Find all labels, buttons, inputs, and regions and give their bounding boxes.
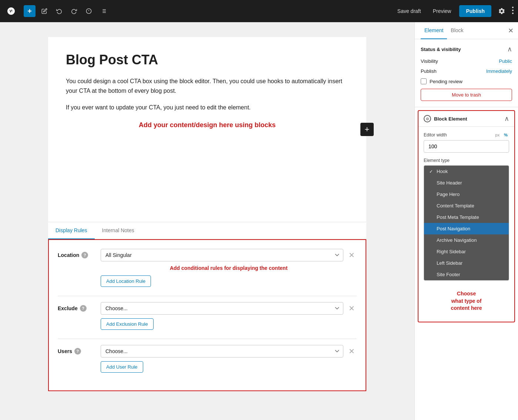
exclude-remove-button[interactable]: ✕: [346, 303, 357, 314]
element-type-field: Element type ✓ Hook Site Header Page: [424, 158, 509, 281]
page-hero-label: Page Hero: [437, 192, 460, 197]
status-visibility-header: Status & visibility ∧: [421, 45, 512, 53]
location-select[interactable]: All Singular: [101, 249, 343, 261]
info-button[interactable]: [83, 5, 95, 17]
exclude-label: Exclude ?: [58, 302, 95, 312]
users-label: Users ?: [58, 345, 95, 355]
wp-logo[interactable]: [4, 4, 18, 18]
tab-display-rules[interactable]: Display Rules: [48, 222, 95, 239]
dropdown-item-site-header[interactable]: Site Header: [424, 177, 509, 189]
pending-review-row: Pending review: [421, 78, 512, 84]
dropdown-item-page-hero[interactable]: Page Hero: [424, 189, 509, 200]
location-cta-note: Add conditional rules for displaying the…: [101, 265, 357, 271]
svg-point-9: [512, 7, 514, 8]
post-paragraph-1[interactable]: You could design a cool CTA box using th…: [66, 77, 349, 95]
list-view-button[interactable]: [98, 5, 110, 17]
exclude-controls: Choose... ✕ Add Exclusion Rule: [101, 302, 357, 330]
add-location-rule-button[interactable]: Add Location Rule: [101, 275, 151, 287]
location-remove-button[interactable]: ✕: [346, 250, 357, 260]
location-rule-row: Location ? All Singular ✕ Add conditiona…: [58, 249, 357, 287]
location-label: Location ?: [58, 249, 95, 258]
choose-note: Choosewhat type ofcontent here: [424, 286, 509, 316]
post-paragraph-2[interactable]: If you ever want to update your CTA, you…: [66, 103, 349, 112]
dropdown-item-archive-navigation[interactable]: Archive Navigation: [424, 234, 509, 246]
pencil-button[interactable]: [38, 5, 50, 17]
right-sidebar: Element Block ✕ Status & visibility ∧ Vi…: [414, 22, 518, 420]
display-rules-panel: Location ? All Singular ✕ Add conditiona…: [48, 239, 366, 391]
users-select[interactable]: Choose...: [101, 345, 343, 358]
percent-unit-button[interactable]: %: [502, 132, 509, 138]
post-meta-template-label: Post Meta Template: [437, 214, 479, 220]
svg-point-11: [512, 13, 514, 14]
preview-button[interactable]: Preview: [429, 6, 455, 16]
redo-button[interactable]: [68, 5, 80, 17]
users-select-row: Choose... ✕: [101, 345, 357, 358]
editor-width-input[interactable]: [424, 140, 509, 153]
collapse-icon[interactable]: ∧: [507, 45, 512, 53]
location-select-row: All Singular ✕: [101, 249, 357, 261]
px-unit-button[interactable]: px: [494, 132, 501, 138]
editor-content: Blog Post CTA You could design a cool CT…: [48, 37, 366, 222]
users-controls: Choose... ✕ Add User Rule: [101, 345, 357, 373]
location-help-icon[interactable]: ?: [81, 252, 88, 258]
post-navigation-label: Post Navigation: [437, 226, 470, 231]
editor-area: Blog Post CTA You could design a cool CT…: [0, 22, 414, 420]
dropdown-item-post-navigation[interactable]: Post Navigation: [424, 223, 509, 234]
sidebar-tab-element[interactable]: Element: [421, 22, 447, 39]
tab-internal-notes[interactable]: Internal Notes: [95, 222, 142, 239]
toolbar-right: Save draft Preview Publish: [394, 5, 514, 17]
sidebar-close-button[interactable]: ✕: [508, 27, 514, 35]
exclude-select[interactable]: Choose...: [101, 302, 343, 315]
users-help-icon[interactable]: ?: [74, 348, 81, 355]
status-visibility-title: Status & visibility: [421, 47, 461, 52]
exclude-rule-row: Exclude ? Choose... ✕ Add Exclusion Rule: [58, 302, 357, 330]
publish-value[interactable]: Immediately: [486, 68, 512, 74]
visibility-row: Visibility Public: [421, 58, 512, 64]
dropdown-item-post-meta-template[interactable]: Post Meta Template: [424, 211, 509, 223]
dropdown-item-content-template[interactable]: Content Template: [424, 200, 509, 211]
add-block-toolbar-button[interactable]: +: [24, 5, 36, 17]
more-options-button[interactable]: [512, 7, 514, 16]
settings-button[interactable]: [496, 5, 508, 17]
save-draft-button[interactable]: Save draft: [394, 6, 425, 16]
editor-width-field: Editor width px %: [424, 132, 509, 153]
move-to-trash-button[interactable]: Move to trash: [421, 89, 512, 101]
dropdown-item-left-sidebar[interactable]: Left Sidebar: [424, 257, 509, 269]
block-element-title-text: Block Element: [434, 116, 467, 122]
post-title[interactable]: Blog Post CTA: [66, 52, 349, 68]
cta-placeholder[interactable]: Add your content/design here using block…: [66, 121, 349, 129]
editor-width-label: Editor width px %: [424, 132, 509, 138]
right-sidebar-label: Right Sidebar: [437, 249, 466, 254]
undo-button[interactable]: [53, 5, 65, 17]
visibility-label: Visibility: [421, 58, 438, 64]
block-element-header: ⊙ Block Element ∧: [418, 111, 514, 127]
block-element-collapse-icon[interactable]: ∧: [504, 115, 509, 123]
add-exclusion-rule-button[interactable]: Add Exclusion Rule: [101, 318, 154, 330]
exclude-select-row: Choose... ✕: [101, 302, 357, 315]
archive-navigation-label: Archive Navigation: [437, 237, 477, 243]
block-element-section: ⊙ Block Element ∧ Editor width px %: [418, 110, 515, 322]
dropdown-item-right-sidebar[interactable]: Right Sidebar: [424, 246, 509, 257]
tabs-area: Display Rules Internal Notes Location ? …: [48, 222, 366, 391]
sidebar-tabs: Element Block ✕: [415, 22, 518, 39]
element-type-label: Element type: [424, 158, 509, 163]
element-type-dropdown: ✓ Hook Site Header Page Hero: [424, 165, 509, 281]
dropdown-item-hook[interactable]: ✓ Hook: [424, 166, 509, 177]
add-user-rule-button[interactable]: Add User Rule: [101, 361, 143, 373]
publish-button[interactable]: Publish: [459, 5, 491, 17]
visibility-value[interactable]: Public: [499, 58, 512, 64]
dropdown-item-site-footer[interactable]: Site Footer: [424, 269, 509, 280]
exclude-help-icon[interactable]: ?: [80, 305, 87, 312]
hook-label: Hook: [437, 169, 448, 174]
tabs-row: Display Rules Internal Notes: [48, 222, 366, 239]
field-units: px %: [494, 132, 509, 138]
block-element-icon: ⊙: [424, 115, 431, 122]
users-remove-button[interactable]: ✕: [346, 346, 357, 356]
sidebar-tab-block[interactable]: Block: [447, 22, 467, 39]
add-block-inline-button[interactable]: +: [360, 123, 374, 136]
left-sidebar-label: Left Sidebar: [437, 260, 462, 266]
pending-review-checkbox[interactable]: [421, 78, 427, 84]
users-rule-row: Users ? Choose... ✕ Add User Rule: [58, 345, 357, 373]
block-element-body: Editor width px % Element type ✓ H: [418, 127, 514, 322]
status-visibility-section: Status & visibility ∧ Visibility Public …: [415, 39, 518, 107]
